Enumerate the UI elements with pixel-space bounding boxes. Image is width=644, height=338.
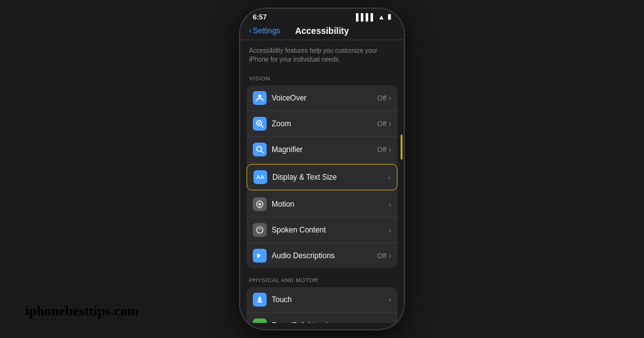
scroll-content[interactable]: Accessibility features help you customiz…	[240, 40, 404, 323]
zoom-chevron-icon: ›	[389, 120, 391, 128]
description-section: Accessibility features help you customiz…	[240, 40, 404, 68]
voiceover-value: Off	[377, 94, 386, 102]
wifi-icon: ▲	[378, 13, 385, 21]
touch-label: Touch	[272, 295, 389, 304]
back-button[interactable]: ‹ Settings	[249, 26, 280, 35]
svg-marker-12	[257, 253, 261, 258]
spoken-icon	[253, 223, 267, 237]
voiceover-chevron-icon: ›	[389, 94, 391, 102]
display-item[interactable]: AA Display & Text Size ›	[247, 164, 397, 190]
display-icon: AA	[253, 170, 267, 184]
svg-point-11	[257, 227, 263, 233]
svg-rect-13	[257, 300, 262, 303]
faceid-chevron-icon: ›	[389, 322, 391, 323]
svg-point-8	[258, 203, 261, 205]
svg-line-2	[261, 125, 264, 128]
svg-point-0	[258, 95, 262, 98]
magnifier-label: Magnifier	[272, 145, 377, 154]
voiceover-label: VoiceOver	[272, 94, 377, 102]
section-header-vision: VISION	[240, 68, 404, 84]
motor-group: Touch › Face ID & Attention › Switch Con…	[247, 287, 397, 323]
battery-icon: ▮	[387, 13, 391, 21]
status-bar: 6:57 ▌▌▌▌ ▲ ▮	[240, 9, 404, 23]
audio-chevron-icon: ›	[389, 252, 391, 259]
svg-rect-14	[257, 322, 263, 323]
watermark: iphonebesttips.com	[25, 303, 138, 319]
back-chevron-icon: ‹	[249, 26, 252, 35]
status-time: 6:57	[253, 13, 267, 21]
voiceover-item[interactable]: VoiceOver Off ›	[247, 85, 397, 111]
audio-item[interactable]: Audio Descriptions Off ›	[247, 243, 397, 268]
magnifier-icon	[253, 143, 267, 156]
display-label: Display & Text Size	[272, 173, 388, 182]
zoom-value: Off	[377, 120, 386, 128]
faceid-item[interactable]: Face ID & Attention ›	[247, 313, 397, 323]
zoom-label: Zoom	[272, 119, 377, 128]
spoken-item[interactable]: Spoken Content ›	[247, 217, 397, 243]
svg-point-5	[257, 146, 262, 151]
signal-icon: ▌▌▌▌	[356, 13, 375, 21]
motion-icon	[253, 197, 267, 211]
audio-label: Audio Descriptions	[272, 251, 377, 260]
nav-bar: ‹ Settings Accessibility	[240, 23, 404, 40]
spoken-chevron-icon: ›	[389, 226, 391, 234]
magnifier-item[interactable]: Magnifier Off ›	[247, 137, 397, 163]
touch-item[interactable]: Touch ›	[247, 287, 397, 313]
touch-icon	[253, 293, 267, 307]
audio-value: Off	[377, 252, 386, 259]
svg-line-6	[261, 151, 264, 153]
status-icons: ▌▌▌▌ ▲ ▮	[356, 13, 391, 21]
touch-chevron-icon: ›	[389, 296, 391, 303]
motion-label: Motion	[272, 200, 389, 209]
zoom-item[interactable]: Zoom Off ›	[247, 111, 397, 137]
spoken-label: Spoken Content	[272, 226, 389, 234]
faceid-icon	[253, 319, 267, 323]
faceid-label: Face ID & Attention	[272, 321, 389, 323]
motion-item[interactable]: Motion ›	[247, 192, 397, 217]
section-header-motor: PHYSICAL AND MOTOR	[240, 270, 404, 286]
motion-chevron-icon: ›	[389, 200, 391, 208]
description-text: Accessibility features help you customiz…	[249, 46, 395, 64]
nav-title: Accessibility	[295, 26, 349, 36]
magnifier-chevron-icon: ›	[389, 146, 391, 153]
audio-icon	[253, 249, 267, 263]
magnifier-value: Off	[377, 146, 386, 153]
display-chevron-icon: ›	[388, 173, 391, 181]
zoom-icon	[253, 117, 267, 131]
voiceover-icon	[253, 91, 267, 105]
scroll-indicator	[401, 134, 402, 160]
vision-group: VoiceOver Off › Zoom Off › Magnifier Off…	[247, 85, 397, 268]
back-label[interactable]: Settings	[253, 26, 280, 35]
phone-frame: 6:57 ▌▌▌▌ ▲ ▮ ‹ Settings Accessibility A…	[240, 9, 404, 329]
